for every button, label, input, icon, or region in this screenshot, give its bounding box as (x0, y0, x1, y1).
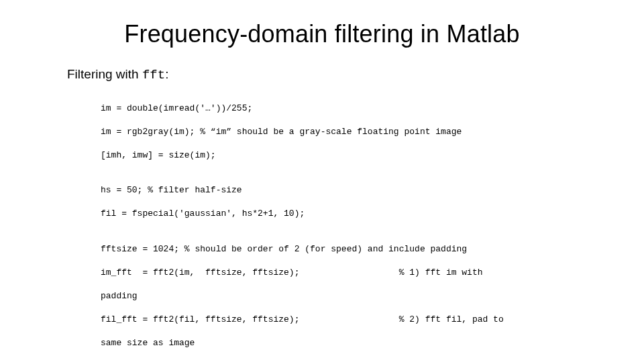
slide-root: Frequency-domain filtering in Matlab Fil… (0, 0, 644, 362)
code-line: padding (101, 290, 604, 302)
section-filtering-prefix: Filtering with (67, 67, 142, 81)
code-line: im = double(imread('…'))/255; (101, 103, 604, 115)
slide-title: Frequency-domain filtering in Matlab (40, 20, 604, 48)
code-line: im_fft = fft2(im, fftsize, fftsize); % 1… (101, 267, 604, 279)
section-filtering-suffix: : (165, 67, 168, 81)
code-line: hs = 50; % filter half-size (101, 184, 604, 196)
code-line: [imh, imw] = size(im); (101, 149, 604, 162)
section-filtering-heading: Filtering with fft: (67, 67, 604, 82)
code-line: fil_fft = fft2(fil, fftsize, fftsize); %… (101, 314, 604, 326)
code-line: same size as image (101, 337, 604, 349)
code-line: fftsize = 1024; % should be order of 2 (… (101, 243, 604, 255)
section-filtering-mono: fft (142, 68, 165, 82)
code-block-filtering: im = double(imread('…'))/255; im = rgb2g… (101, 90, 604, 362)
code-line: im = rgb2gray(im); % “im” should be a gr… (101, 126, 604, 138)
code-line: fil = fspecial('gaussian', hs*2+1, 10); (101, 208, 604, 220)
